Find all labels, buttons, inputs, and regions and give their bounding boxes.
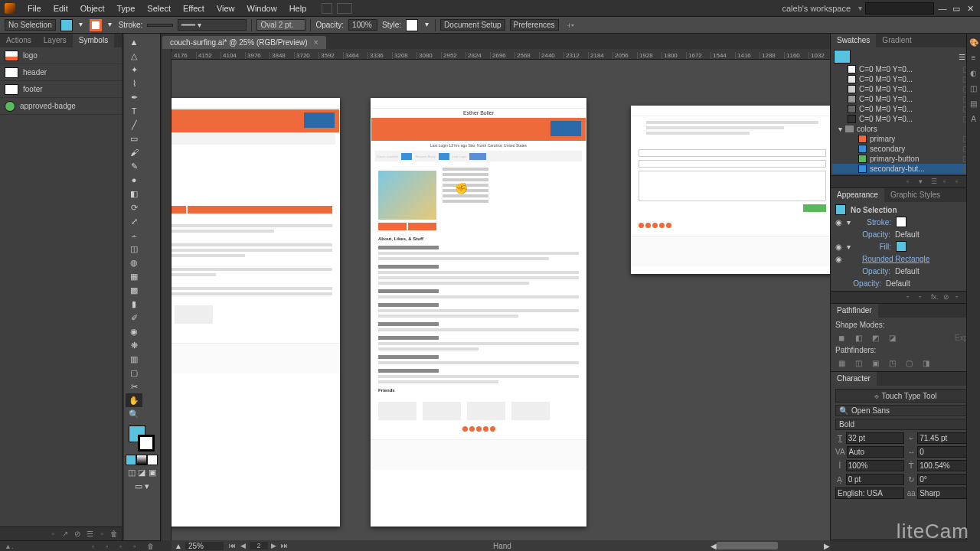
swatch-lib-icon[interactable]: ▫: [906, 178, 916, 187]
font-weight-select[interactable]: Bold▾: [835, 419, 975, 430]
crop-icon[interactable]: ◳: [886, 357, 898, 368]
touch-type-button[interactable]: ⟐Touch Type Tool: [835, 389, 975, 403]
menu-object[interactable]: Object: [74, 4, 111, 13]
menu-edit[interactable]: Edit: [47, 4, 74, 13]
new-swatch-icon[interactable]: ▫: [956, 178, 965, 187]
delete-symbol-icon[interactable]: 🗑: [109, 530, 119, 539]
font-size-field[interactable]: [846, 432, 904, 444]
vertical-ruler[interactable]: [162, 49, 172, 540]
tab-symbols[interactable]: Symbols: [73, 34, 114, 47]
direct-selection-tool-icon[interactable]: △: [126, 49, 142, 63]
canvas[interactable]: Esther Boller Last Login 12 hrs ago Star…: [172, 60, 830, 540]
hand-tool-icon[interactable]: ✋: [126, 393, 142, 407]
fill-swatch[interactable]: [60, 19, 73, 31]
slice-tool-icon[interactable]: ✂: [126, 380, 142, 393]
paintbrush-tool-icon[interactable]: 🖌: [126, 145, 142, 159]
swatch-row[interactable]: C=0 M=0 Y=0...: [832, 64, 977, 74]
tab-actions[interactable]: Actions: [0, 34, 38, 47]
tab-layers[interactable]: Layers: [38, 34, 73, 47]
folder-toggle-icon[interactable]: ▾: [838, 125, 842, 133]
menu-file[interactable]: File: [21, 4, 47, 13]
divide-icon[interactable]: ▦: [835, 357, 848, 368]
selection-tool-icon[interactable]: ▲: [126, 35, 142, 49]
hscroll-left-icon[interactable]: ◀: [710, 542, 717, 550]
style-swatch[interactable]: [406, 19, 418, 31]
blend-tool-icon[interactable]: ◉: [126, 324, 142, 338]
symbol-sprayer-tool-icon[interactable]: ❋: [126, 338, 142, 352]
rotate-tool-icon[interactable]: ⟳: [126, 201, 142, 214]
screen-mode-icon[interactable]: ▭ ▾: [126, 479, 158, 493]
current-swatch-icon[interactable]: [834, 50, 851, 64]
fill-dropdown-icon[interactable]: ▾: [77, 20, 85, 31]
symbol-row[interactable]: logo: [0, 47, 122, 64]
draw-mode-icon[interactable]: ◫ ◪ ▣: [126, 465, 158, 479]
brush-select[interactable]: Oval 2 pt.: [256, 19, 305, 31]
hscroll-right-icon[interactable]: ▶: [824, 542, 830, 550]
collapsed-panel-icon[interactable]: ▤: [969, 99, 979, 110]
eraser-tool-icon[interactable]: ◧: [126, 187, 142, 201]
lasso-tool-icon[interactable]: ⌇: [126, 77, 142, 90]
unite-icon[interactable]: ◼: [835, 332, 848, 343]
tab-swatches[interactable]: Swatches: [831, 34, 876, 47]
outline-icon[interactable]: ▢: [903, 357, 915, 368]
document-tab[interactable]: couch-surfing.ai* @ 25% (RGB/Preview) ×: [162, 36, 326, 49]
stroke-color-icon[interactable]: [138, 435, 155, 452]
swatch-row[interactable]: primary: [832, 134, 977, 144]
status-icon[interactable]: ▫: [92, 543, 101, 550]
minus-front-icon[interactable]: ◧: [852, 332, 864, 343]
status-icon[interactable]: 🗑: [147, 543, 156, 550]
first-artboard-icon[interactable]: ⏮: [228, 542, 237, 549]
merge-icon[interactable]: ▣: [869, 357, 881, 368]
collapsed-panel-icon[interactable]: A: [969, 115, 979, 126]
effect-link[interactable]: Rounded Rectangle: [862, 255, 929, 263]
artboard-number[interactable]: 2: [250, 542, 268, 549]
artboard-tool-icon[interactable]: ▢: [126, 366, 142, 380]
arrange-docs-icon[interactable]: [337, 3, 352, 14]
document-setup-button[interactable]: Document Setup: [440, 19, 505, 31]
window-restore-icon[interactable]: ▭: [951, 3, 962, 14]
visibility-icon[interactable]: ◉: [835, 255, 842, 263]
language-select[interactable]: [835, 487, 904, 499]
minus-back-icon[interactable]: ◨: [920, 357, 932, 368]
status-icon[interactable]: ▫: [106, 543, 115, 550]
type-tool-icon[interactable]: T: [126, 104, 142, 118]
status-icon[interactable]: ▫: [119, 543, 129, 550]
tab-gradient[interactable]: Gradient: [876, 34, 917, 47]
stroke-weight-field[interactable]: [147, 24, 173, 27]
zoom-tool-indicator-icon[interactable]: ▲: [172, 542, 185, 550]
exclude-icon[interactable]: ◪: [886, 332, 898, 343]
swatch-row[interactable]: primary-button: [832, 154, 977, 164]
stroke-swatch-icon[interactable]: [896, 217, 906, 227]
swatch-folder-row[interactable]: ▾colors: [832, 124, 977, 134]
rectangle-tool-icon[interactable]: ▭: [126, 132, 142, 145]
pen-tool-icon[interactable]: ✒: [126, 90, 142, 104]
symbol-row[interactable]: approved-badge: [0, 98, 122, 115]
swatch-row[interactable]: C=0 M=0 Y=0...: [832, 84, 977, 94]
swatch-row[interactable]: secondary-but...: [832, 164, 977, 174]
font-family-select[interactable]: 🔍Open Sans▾: [835, 405, 975, 416]
swatch-row[interactable]: C=0 M=0 Y=0...: [832, 74, 977, 84]
width-tool-icon[interactable]: ⫠: [126, 228, 142, 242]
gradient-mode-icon[interactable]: [136, 455, 147, 465]
none-mode-icon[interactable]: [147, 455, 158, 465]
kerning-field[interactable]: [847, 446, 904, 458]
collapsed-transparency-icon[interactable]: ◐: [969, 69, 979, 80]
visibility-icon[interactable]: ◉: [835, 243, 842, 251]
collapsed-panel-icon[interactable]: ◫: [969, 84, 979, 95]
symbol-options-icon[interactable]: ☰: [85, 530, 94, 539]
color-mode-icon[interactable]: [126, 455, 136, 465]
menu-effect[interactable]: Effect: [177, 4, 211, 13]
trim-icon[interactable]: ◫: [852, 357, 864, 368]
place-symbol-icon[interactable]: ↗: [60, 530, 70, 539]
stroke-swatch[interactable]: [90, 19, 102, 31]
perspective-tool-icon[interactable]: ▦: [126, 269, 142, 283]
status-icon[interactable]: ▫: [133, 543, 142, 550]
shape-builder-tool-icon[interactable]: ◍: [126, 256, 142, 269]
align-dropdown-icon[interactable]: ⫞▾: [567, 21, 574, 29]
magic-wand-tool-icon[interactable]: ✦: [126, 63, 142, 77]
menu-type[interactable]: Type: [111, 4, 142, 13]
fill-stroke-control[interactable]: [126, 424, 158, 455]
horizontal-ruler[interactable]: 4176415241043976384837203592346433363208…: [172, 49, 830, 60]
tab-character[interactable]: Character: [831, 372, 877, 386]
new-symbol-icon[interactable]: ▫: [97, 530, 106, 539]
